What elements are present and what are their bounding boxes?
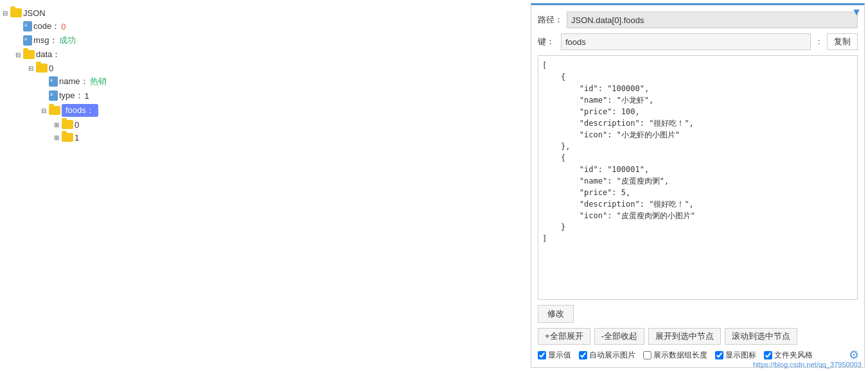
auto-show-img-checkbox-item[interactable]: 自动展示图片 bbox=[579, 350, 635, 361]
gear-icon[interactable]: ⚙ bbox=[849, 348, 859, 362]
key-input[interactable] bbox=[561, 33, 811, 50]
data-0-tree-node[interactable]: ⊟ 0 bbox=[26, 62, 531, 74]
bottom-url: https://blog.csdn.net/qq_37950003 bbox=[753, 361, 862, 368]
path-row: 路径： bbox=[538, 12, 858, 28]
key-label: 键： bbox=[538, 36, 557, 47]
type-key: type： bbox=[59, 90, 84, 101]
action-row: +全部展开 -全部收起 展开到选中节点 滚动到选中节点 bbox=[538, 328, 858, 345]
folder-style-label: 文件夹风格 bbox=[774, 350, 813, 361]
code-tree-node[interactable]: · code： 0 bbox=[13, 19, 531, 33]
data-folder-icon bbox=[23, 50, 35, 59]
type-file-icon bbox=[49, 91, 58, 101]
root-folder-icon bbox=[10, 8, 22, 17]
show-data-length-checkbox[interactable] bbox=[643, 351, 651, 359]
show-data-length-checkbox-item[interactable]: 展示数据组长度 bbox=[643, 350, 707, 361]
data-0-key: 0 bbox=[49, 64, 53, 73]
root-label: JSON bbox=[23, 8, 46, 18]
foods-tree-node[interactable]: ⊟ foods： bbox=[39, 103, 531, 118]
foods-0-key: 0 bbox=[75, 120, 79, 130]
foods-0-folder-icon bbox=[62, 120, 73, 129]
foods-1-key: 1 bbox=[75, 133, 79, 142]
tree-panel: ⊟ JSON · code： 0 · msg： 成功 ⊟ data： ⊟ bbox=[0, 0, 531, 371]
foods-toggle[interactable]: ⊟ bbox=[39, 105, 49, 116]
auto-show-img-checkbox[interactable] bbox=[579, 351, 587, 359]
collapse-all-button[interactable]: -全部收起 bbox=[594, 328, 644, 345]
checkbox-row: 显示值 自动展示图片 展示数据组长度 显示图标 文件夹风格 bbox=[538, 350, 858, 361]
auto-show-img-label: 自动展示图片 bbox=[589, 350, 635, 361]
foods-folder-icon bbox=[49, 106, 60, 115]
show-icon-checkbox-item[interactable]: 显示图标 bbox=[715, 350, 756, 361]
expand-selected-button[interactable]: 展开到选中节点 bbox=[648, 328, 721, 345]
name-value: 热销 bbox=[90, 76, 107, 87]
code-file-icon bbox=[23, 21, 32, 31]
msg-file-icon bbox=[23, 35, 32, 46]
folder-style-checkbox[interactable] bbox=[764, 351, 772, 359]
show-value-checkbox-item[interactable]: 显示值 bbox=[538, 350, 571, 361]
show-value-label: 显示值 bbox=[548, 350, 571, 361]
msg-key: msg： bbox=[33, 35, 58, 46]
tree-root-node[interactable]: ⊟ JSON bbox=[0, 6, 531, 19]
show-icon-checkbox[interactable] bbox=[715, 351, 723, 359]
code-key: code： bbox=[33, 21, 60, 32]
path-input[interactable] bbox=[567, 12, 858, 28]
expand-all-button[interactable]: +全部展开 bbox=[538, 328, 590, 345]
msg-tree-node[interactable]: · msg： 成功 bbox=[13, 33, 531, 47]
json-textarea[interactable]: [ { "id": "100000", "name": "小龙虾", "pric… bbox=[538, 55, 858, 300]
foods-1-folder-icon bbox=[62, 133, 73, 142]
data-0-folder-icon bbox=[36, 64, 48, 73]
right-panel: ▼ 路径： 键： ： 复制 [ { "id": "100000", "name"… bbox=[531, 3, 865, 368]
foods-0-tree-node[interactable]: ⊞ 0 bbox=[51, 118, 531, 131]
panel-close-icon[interactable]: ▼ bbox=[851, 6, 862, 18]
foods-key: foods： bbox=[62, 104, 98, 117]
data-toggle[interactable]: ⊟ bbox=[13, 49, 23, 60]
name-file-icon bbox=[49, 76, 58, 87]
foods-1-toggle[interactable]: ⊞ bbox=[51, 132, 62, 142]
name-tree-node[interactable]: · name： 热销 bbox=[39, 74, 531, 89]
show-data-length-label: 展示数据组长度 bbox=[653, 350, 707, 361]
copy-button[interactable]: 复制 bbox=[827, 33, 858, 50]
path-label: 路径： bbox=[538, 14, 563, 26]
foods-1-tree-node[interactable]: ⊞ 1 bbox=[51, 131, 531, 144]
main-container: ⊟ JSON · code： 0 · msg： 成功 ⊟ data： ⊟ bbox=[0, 0, 868, 371]
show-value-checkbox[interactable] bbox=[538, 351, 546, 359]
data-key: data： bbox=[36, 49, 60, 60]
folder-style-checkbox-item[interactable]: 文件夹风格 bbox=[764, 350, 813, 361]
root-toggle[interactable]: ⊟ bbox=[0, 8, 10, 18]
key-colon: ： bbox=[815, 36, 823, 47]
msg-value: 成功 bbox=[59, 35, 76, 46]
modify-button[interactable]: 修改 bbox=[538, 305, 574, 323]
key-row: 键： ： 复制 bbox=[538, 33, 858, 50]
code-value: 0 bbox=[61, 22, 66, 31]
name-key: name： bbox=[59, 76, 89, 87]
foods-0-toggle[interactable]: ⊞ bbox=[51, 119, 62, 130]
data-tree-node[interactable]: ⊟ data： bbox=[13, 47, 531, 62]
type-tree-node[interactable]: · type： 1 bbox=[39, 89, 531, 103]
data-0-toggle[interactable]: ⊟ bbox=[26, 63, 36, 73]
show-icon-label: 显示图标 bbox=[725, 350, 756, 361]
type-value: 1 bbox=[85, 91, 89, 101]
scroll-selected-button[interactable]: 滚动到选中节点 bbox=[725, 328, 797, 345]
